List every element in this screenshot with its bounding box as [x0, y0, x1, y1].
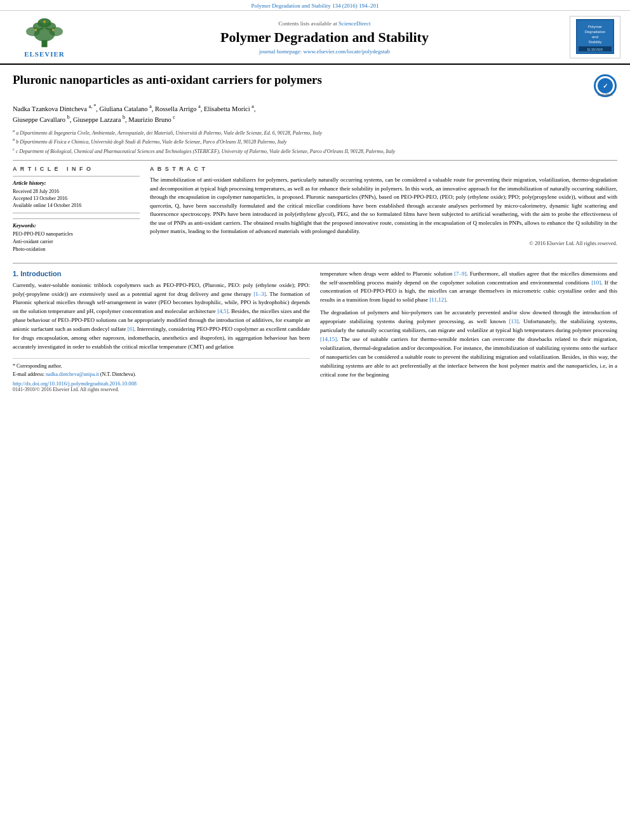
journal-cover-icon: Polymer Degradation and Stability ELSEVI… — [576, 19, 614, 54]
article-body: Pluronic nanoparticles as anti-oxidant c… — [0, 65, 630, 399]
crossmark-icon: ✓ CrossMark — [593, 74, 617, 98]
corresponding-note: * Corresponding author. — [13, 363, 310, 370]
issn-text: 0141-3910/© 2016 Elsevier Ltd. All right… — [13, 387, 310, 392]
abstract-label: A B S T R A C T — [150, 166, 617, 172]
article-title-row: Pluronic nanoparticles as anti-oxidant c… — [13, 72, 617, 98]
intro-para1: Currently, water-soluble nonionic triblo… — [13, 281, 310, 352]
ref-11-12[interactable]: [11,12] — [429, 297, 446, 303]
svg-text:✓: ✓ — [603, 83, 608, 90]
footer-area: * Corresponding author. E-mail address: … — [13, 358, 310, 392]
svg-text:Stability: Stability — [588, 40, 601, 44]
article-title: Pluronic nanoparticles as anti-oxidant c… — [13, 72, 587, 88]
keywords-box: Keywords: PEO-PPO-PEO nanoparticles Anti… — [13, 218, 140, 257]
body-col-left: 1. Introduction Currently, water-soluble… — [13, 270, 310, 393]
body-col-right: temperature when drugs were added to Plu… — [320, 270, 617, 393]
intro-heading: 1. Introduction — [13, 270, 310, 277]
body-text-cols: 1. Introduction Currently, water-soluble… — [13, 270, 617, 393]
abstract-text: The immobilization of anti-oxidant stabi… — [150, 176, 617, 236]
ref-4-5[interactable]: [4,5] — [217, 308, 228, 314]
info-abstract-section: A R T I C L E I N F O Article history: R… — [13, 166, 617, 257]
journal-homepage-link[interactable]: journal homepage: www.elsevier.com/locat… — [259, 48, 390, 55]
svg-text:Degradation: Degradation — [585, 30, 606, 34]
svg-text:ELSEVIER: ELSEVIER — [587, 48, 603, 51]
article-info-col: A R T I C L E I N F O Article history: R… — [13, 166, 140, 257]
affiliations: a a Dipartimento di Ingegneria Civile, A… — [13, 128, 617, 156]
journal-name-title: Polymer Degradation and Stability — [220, 29, 429, 46]
journal-logo-box: Polymer Degradation and Stability ELSEVI… — [570, 16, 620, 58]
elsevier-logo-area: ELSEVIER — [6, 16, 83, 58]
received-date: Received 28 July 2016 — [13, 188, 140, 195]
keyword-2: Anti-oxidant carrier — [13, 238, 140, 246]
svg-text:Polymer: Polymer — [588, 25, 602, 29]
journal-ref-text: Polymer Degradation and Stability 134 (2… — [251, 3, 379, 9]
svg-point-9 — [43, 20, 46, 23]
copyright-line: © 2016 Elsevier Ltd. All rights reserved… — [150, 240, 617, 246]
intro-para2: temperature when drugs were added to Plu… — [320, 270, 617, 305]
email-link[interactable]: nadka.dintcheva@unipa.it — [46, 371, 99, 377]
svg-point-7 — [35, 29, 37, 31]
keyword-3: Photo-oxidation — [13, 246, 140, 253]
svg-text:CrossMark: CrossMark — [598, 93, 613, 97]
ref-6[interactable]: [6] — [128, 326, 135, 332]
doi-link[interactable]: http://dx.doi.org/10.1016/j.polymdegrads… — [13, 380, 310, 387]
divider-1 — [13, 160, 617, 161]
article-info-label: A R T I C L E I N F O — [13, 166, 140, 172]
authors-line: Nadka Tzankova Dintcheva a, *, Giuliana … — [13, 103, 617, 125]
keywords-title: Keywords: — [13, 222, 140, 229]
journal-logo-box-area: Polymer Degradation and Stability ELSEVI… — [566, 16, 624, 58]
journal-ref-bar: Polymer Degradation and Stability 134 (2… — [0, 0, 630, 11]
ref-1-3[interactable]: [1–3] — [253, 291, 266, 297]
journal-header: ELSEVIER Contents lists available at Sci… — [0, 11, 630, 65]
elsevier-wordmark: ELSEVIER — [24, 50, 65, 58]
affil-b: b b Dipartimento di Fisica e Chimica, Un… — [13, 137, 617, 145]
sciencedirect-link[interactable]: ScienceDirect — [338, 20, 370, 27]
svg-point-8 — [52, 29, 55, 31]
svg-text:and: and — [592, 35, 598, 39]
contents-available-text: Contents lists available at ScienceDirec… — [279, 20, 371, 27]
ref-14-15[interactable]: [14,15] — [320, 336, 337, 342]
page: Polymer Degradation and Stability 134 (2… — [0, 0, 630, 840]
affil-a: a a Dipartimento di Ingegneria Civile, A… — [13, 128, 617, 137]
elsevier-tree-icon — [19, 17, 70, 49]
affil-c: c c Department of Biological, Chemical a… — [13, 146, 617, 155]
ref-13[interactable]: [13] — [509, 318, 519, 324]
main-content: 1. Introduction Currently, water-soluble… — [13, 263, 617, 393]
intro-para3: The degradation of polymers and bio-poly… — [320, 309, 617, 380]
accepted-date: Accepted 13 October 2016 — [13, 195, 140, 202]
ref-7-9[interactable]: [7–9] — [454, 270, 467, 277]
article-history-title: Article history: — [13, 180, 140, 186]
available-date: Available online 14 October 2016 — [13, 202, 140, 209]
elsevier-logo: ELSEVIER — [19, 17, 70, 58]
journal-title-area: Contents lists available at ScienceDirec… — [88, 16, 561, 58]
ref-10[interactable]: [10] — [591, 279, 601, 286]
email-note: E-mail address: nadka.dintcheva@unipa.it… — [13, 371, 310, 378]
abstract-col: A B S T R A C T The immobilization of an… — [150, 166, 617, 257]
article-history-box: Article history: Received 28 July 2016 A… — [13, 176, 140, 213]
keyword-1: PEO-PPO-PEO nanoparticles — [13, 230, 140, 238]
